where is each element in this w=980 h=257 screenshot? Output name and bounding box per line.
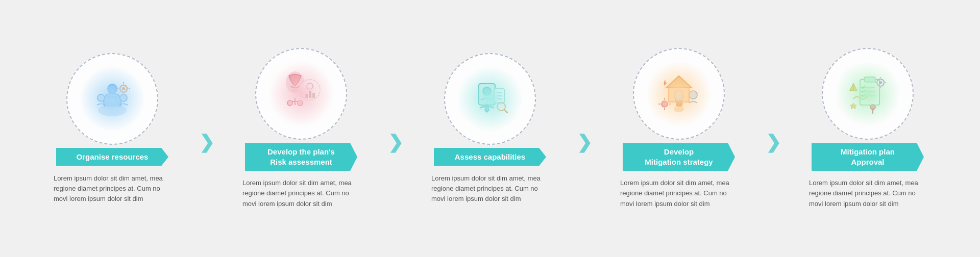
chevron-icon-3: ❯ bbox=[577, 133, 592, 151]
arrow-2: ❯ bbox=[388, 105, 403, 151]
chevron-icon-4: ❯ bbox=[766, 133, 781, 151]
step-4: DevelopMitigation strategy Lorem ipsum d… bbox=[592, 48, 766, 209]
step-4-label: DevelopMitigation strategy bbox=[623, 143, 735, 171]
arrow-4: ❯ bbox=[766, 105, 781, 151]
step-5-desc: Lorem ipsum dolor sit dim amet, mea regi… bbox=[809, 178, 926, 209]
step-2: Develop the plan'sRisk assessment Lorem … bbox=[214, 48, 388, 209]
step-4-circle bbox=[633, 48, 725, 140]
step-3-circle bbox=[444, 53, 536, 145]
chevron-icon-2: ❯ bbox=[388, 133, 403, 151]
step-1: Organise resources Lorem ipsum dolor sit… bbox=[26, 53, 199, 204]
step-4-desc: Lorem ipsum dolor sit dim amet, mea regi… bbox=[620, 178, 738, 209]
step-3-desc: Lorem ipsum dolor sit dim amet, mea regi… bbox=[431, 173, 549, 204]
arrow-1: ❯ bbox=[199, 105, 214, 151]
step-2-circle bbox=[255, 48, 347, 140]
step-1-desc: Lorem ipsum dolor sit dim amet, mea regi… bbox=[54, 173, 171, 204]
step-5-label: Mitigation planApproval bbox=[812, 143, 924, 171]
step-2-desc: Lorem ipsum dolor sit dim amet, mea regi… bbox=[242, 178, 360, 209]
step-5: Mitigation planApproval Lorem ipsum dolo… bbox=[781, 48, 954, 209]
step-1-label: Organise resources bbox=[56, 148, 168, 166]
arrow-3: ❯ bbox=[577, 105, 592, 151]
step-5-circle bbox=[822, 48, 914, 140]
step-3: Assess capabilities Lorem ipsum dolor si… bbox=[403, 53, 577, 204]
step-1-circle bbox=[66, 53, 158, 145]
chevron-icon-1: ❯ bbox=[199, 133, 214, 151]
step-2-label: Develop the plan'sRisk assessment bbox=[245, 143, 357, 171]
step-3-label: Assess capabilities bbox=[434, 148, 546, 166]
infographic: Organise resources Lorem ipsum dolor sit… bbox=[26, 48, 954, 209]
